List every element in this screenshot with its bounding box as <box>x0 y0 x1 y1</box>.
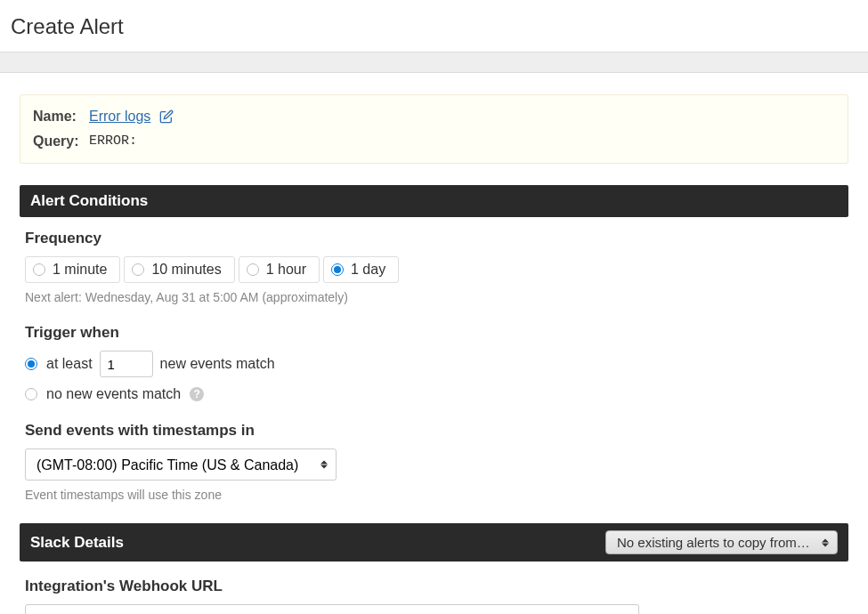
trigger-at-least-suffix: new events match <box>160 356 275 372</box>
page-header: Create Alert <box>0 0 868 52</box>
webhook-url-input[interactable] <box>25 604 639 614</box>
trigger-count-input[interactable] <box>100 351 153 377</box>
timezone-hint: Event timestamps will use this zone <box>25 488 843 502</box>
radio-icon <box>25 388 37 400</box>
timezone-label: Send events with timestamps in <box>25 422 843 440</box>
frequency-option-label: 1 day <box>351 262 385 278</box>
radio-icon <box>132 263 144 276</box>
slack-details-title: Slack Details <box>30 534 124 552</box>
frequency-option-1-hour[interactable]: 1 hour <box>239 256 320 283</box>
frequency-option-1-minute[interactable]: 1 minute <box>25 256 120 283</box>
alert-conditions-title: Alert Conditions <box>30 192 148 210</box>
frequency-option-10-minutes[interactable]: 10 minutes <box>124 256 234 283</box>
timezone-select-wrap: (GMT-08:00) Pacific Time (US & Canada) <box>25 448 337 481</box>
radio-icon <box>33 263 45 276</box>
radio-icon <box>331 263 344 276</box>
frequency-option-label: 1 hour <box>266 262 306 278</box>
slack-details-header: Slack Details No existing alerts to copy… <box>20 523 848 561</box>
alert-summary-box: Name: Error logs Query: ERROR: <box>20 94 848 164</box>
frequency-option-label: 10 minutes <box>151 262 221 278</box>
radio-icon <box>247 263 259 276</box>
help-icon[interactable]: ? <box>190 387 204 401</box>
query-row: Query: ERROR: <box>33 131 835 152</box>
page-title: Create Alert <box>11 14 857 39</box>
edit-name-icon[interactable] <box>159 109 174 124</box>
copy-from-select[interactable]: No existing alerts to copy from… <box>605 530 838 554</box>
frequency-label: Frequency <box>25 230 843 247</box>
name-label: Name: <box>33 106 82 127</box>
frequency-option-1-day[interactable]: 1 day <box>323 256 399 283</box>
frequency-group: 1 minute 10 minutes 1 hour 1 day <box>25 256 843 283</box>
trigger-label: Trigger when <box>25 324 843 342</box>
alert-conditions-header: Alert Conditions <box>20 185 848 217</box>
trigger-no-new-row[interactable]: no new events match ? <box>25 386 843 402</box>
query-label: Query: <box>33 131 82 152</box>
header-divider <box>0 52 868 73</box>
trigger-at-least-prefix: at least <box>46 356 93 372</box>
alert-name-link[interactable]: Error logs <box>89 106 150 127</box>
trigger-at-least-row[interactable]: at least new events match <box>25 351 843 377</box>
name-row: Name: Error logs <box>33 106 835 127</box>
webhook-label: Integration's Webhook URL <box>25 578 843 595</box>
frequency-option-label: 1 minute <box>53 262 107 278</box>
main-content: Name: Error logs Query: ERROR: Alert Con… <box>0 73 868 614</box>
next-alert-hint: Next alert: Wednesday, Aug 31 at 5:00 AM… <box>25 290 843 304</box>
query-value: ERROR: <box>89 132 137 152</box>
trigger-no-new-label: no new events match <box>46 386 181 402</box>
slack-details-body: Integration's Webhook URL Create a new P… <box>20 561 848 614</box>
copy-from-wrap: No existing alerts to copy from… <box>605 530 838 554</box>
radio-icon <box>25 358 37 370</box>
timezone-select[interactable]: (GMT-08:00) Pacific Time (US & Canada) <box>25 448 337 481</box>
alert-conditions-body: Frequency 1 minute 10 minutes 1 hour 1 d… <box>20 217 848 502</box>
